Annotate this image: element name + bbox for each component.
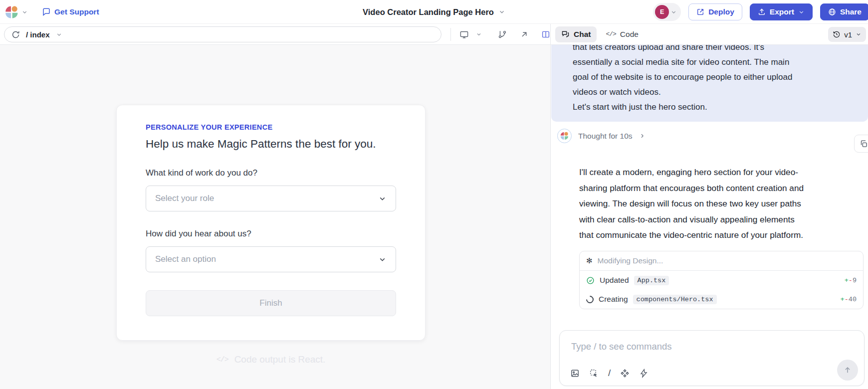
role-select[interactable]: Select your role <box>146 186 396 211</box>
version-history-button[interactable]: v1 <box>828 27 866 42</box>
project-title-menu[interactable]: Video Creator Landing Page Hero <box>363 0 505 24</box>
workspace-chevron-down-icon[interactable] <box>21 9 28 15</box>
modal-eyebrow: PERSONALIZE YOUR EXPERIENCE <box>146 123 396 131</box>
slash-command-button[interactable]: / <box>608 368 611 379</box>
chat-composer: / <box>559 330 865 386</box>
added-count: + <box>841 296 845 303</box>
version-chevron-down-icon <box>856 31 862 37</box>
title-chevron-down-icon[interactable] <box>498 8 505 15</box>
diff-delta: +-40 <box>841 296 857 303</box>
user-message-bubble: that lets creators upload and share thei… <box>551 45 868 122</box>
export-chevron-down-icon <box>798 9 805 15</box>
user-message-line: essentially a social media site for vide… <box>573 55 850 70</box>
finish-label: Finish <box>259 298 282 308</box>
tab-chat[interactable]: Chat <box>555 26 597 42</box>
tab-code[interactable]: </> Code <box>600 26 644 42</box>
export-button[interactable]: Export <box>750 3 813 20</box>
finish-button[interactable]: Finish <box>146 290 396 316</box>
avatar: E <box>655 5 669 19</box>
external-link-icon <box>696 8 704 16</box>
activity-header-label: Modifying Design... <box>598 256 663 265</box>
removed-count: - <box>849 277 853 284</box>
modal-heading: Help us make Magic Patterns the best for… <box>146 138 396 151</box>
thought-chevron-right-icon <box>639 133 646 139</box>
top-bar: Get Support Video Creator Landing Page H… <box>0 0 868 24</box>
line-count: 40 <box>849 296 857 303</box>
magic-patterns-logo-icon[interactable] <box>5 5 18 19</box>
toolbar-divider <box>450 28 451 41</box>
account-chevron-down-icon <box>670 9 677 15</box>
assistant-message: I'll create a modern, engaging hero sect… <box>579 165 804 243</box>
get-support-button[interactable]: Get Support <box>42 7 99 16</box>
support-chat-bubble-icon <box>42 7 51 16</box>
chat-input[interactable] <box>571 340 811 354</box>
components-diamonds-icon <box>620 369 630 378</box>
assistant-message-line: with clear calls-to-action and visually … <box>579 212 804 228</box>
route-chevron-down-icon[interactable] <box>56 31 62 38</box>
role-question-label: What kind of work do you do? <box>146 168 396 178</box>
monitor-icon <box>459 30 469 39</box>
sparkle-icon: ✻ <box>586 256 593 265</box>
code-output-text: Code output is React. <box>234 354 326 365</box>
user-message-line: that lets creators upload and share thei… <box>573 45 850 55</box>
components-button[interactable] <box>620 369 630 378</box>
device-chevron-button[interactable] <box>472 29 485 40</box>
file-chip[interactable]: components/Hero.tsx <box>633 295 717 304</box>
quick-action-button[interactable] <box>639 369 649 378</box>
added-count: + <box>845 277 849 284</box>
chat-toolbar: Chat </> Code v1 <box>550 24 868 45</box>
user-message-line: videos or watch videos. <box>573 85 850 100</box>
address-bar[interactable]: / index <box>4 26 441 42</box>
referral-select-placeholder: Select an option <box>155 254 216 264</box>
thought-label: Thought for 10s <box>578 132 633 141</box>
line-count: 9 <box>853 277 857 284</box>
share-button[interactable]: Share <box>820 3 868 20</box>
activity-header: ✻ Modifying Design... <box>580 251 863 271</box>
removed-count: - <box>845 296 849 303</box>
tab-chat-label: Chat <box>574 30 591 39</box>
file-chip[interactable]: App.tsx <box>634 276 669 285</box>
arrow-up-right-icon <box>520 30 528 39</box>
role-select-placeholder: Select your role <box>155 194 214 203</box>
get-support-label: Get Support <box>54 7 99 16</box>
refresh-icon[interactable] <box>11 30 20 39</box>
lightning-bolt-icon <box>639 369 649 378</box>
activity-action: Creating <box>599 295 628 304</box>
device-preview-button[interactable] <box>456 27 472 42</box>
assistant-logo-icon <box>560 132 569 140</box>
assistant-message-line: that communicate the video-centric natur… <box>579 227 804 243</box>
attach-image-button[interactable] <box>570 369 580 378</box>
route-path: / index <box>26 30 50 39</box>
copy-message-button[interactable] <box>854 135 868 153</box>
globe-icon <box>828 8 836 16</box>
preview-pane: PERSONALIZE YOUR EXPERIENCE Help us make… <box>0 45 550 389</box>
assistant-message-line: sharing platform that encourages both co… <box>579 181 804 196</box>
tab-code-label: Code <box>620 30 639 39</box>
diff-delta: +-9 <box>845 277 857 284</box>
deploy-button[interactable]: Deploy <box>688 3 742 20</box>
select-element-button[interactable] <box>589 369 599 378</box>
git-branch-icon <box>498 30 507 39</box>
preview-toolbar-left: / index <box>0 24 550 45</box>
copy-icon <box>860 140 868 148</box>
preview-toolbar: / index <box>0 24 868 45</box>
upload-icon <box>758 8 766 16</box>
account-menu[interactable]: E <box>653 3 681 21</box>
activity-row: Creating components/Hero.tsx +-40 <box>580 290 863 309</box>
select-region-icon <box>589 369 599 378</box>
check-circle-icon <box>586 276 595 285</box>
assistant-message-line: viewing. The design will focus on these … <box>579 196 804 212</box>
thought-toggle[interactable]: Thought for 10s <box>557 129 646 143</box>
app-window: Get Support Video Creator Landing Page H… <box>0 0 868 389</box>
send-button[interactable] <box>837 360 858 381</box>
branch-button[interactable] <box>494 27 510 41</box>
open-in-new-tab-button[interactable] <box>516 28 532 41</box>
assistant-message-line: I'll create a modern, engaging hero sect… <box>579 165 804 181</box>
referral-question-label: How did you hear about us? <box>146 229 396 239</box>
code-output-icon: </> <box>217 356 228 364</box>
referral-select[interactable]: Select an option <box>146 246 396 272</box>
export-label: Export <box>770 7 794 16</box>
assistant-avatar <box>557 129 572 143</box>
image-icon <box>570 369 580 378</box>
page-title: Video Creator Landing Page Hero <box>363 7 494 17</box>
